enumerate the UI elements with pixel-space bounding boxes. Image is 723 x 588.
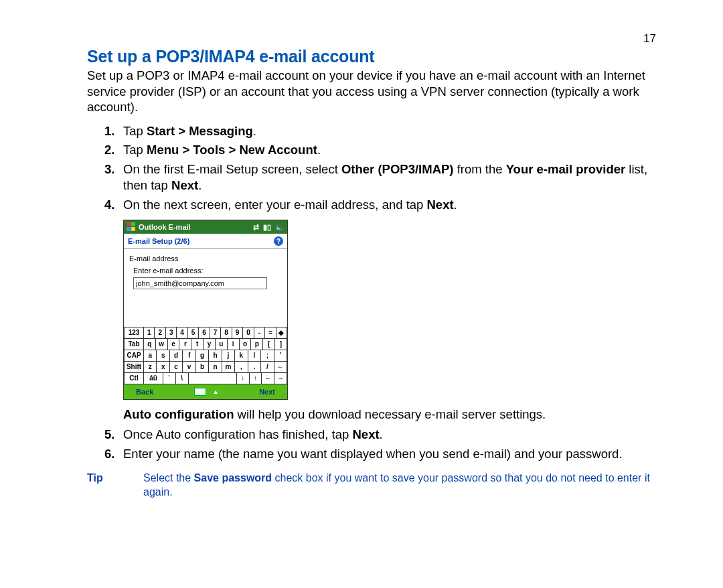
onscreen-keyboard[interactable]: 1231234567890-=◆ Tabqwertyuiop[] CAPasdf…: [124, 327, 287, 384]
step-text-pre: On the next screen, enter your e-mail ad…: [123, 198, 427, 212]
help-icon[interactable]: ?: [274, 236, 283, 246]
keyboard-key[interactable]: e: [168, 339, 180, 350]
keyboard-key[interactable]: ↓: [237, 373, 250, 384]
step-text-pre: Tap: [123, 143, 147, 157]
keyboard-key[interactable]: -: [254, 327, 265, 339]
keyboard-key[interactable]: o: [240, 339, 252, 350]
keyboard-key[interactable]: q: [144, 339, 156, 350]
keyboard-key[interactable]: v: [183, 362, 195, 373]
keyboard-key[interactable]: Shift: [124, 362, 144, 373]
keyboard-key[interactable]: ←: [262, 373, 274, 384]
keyboard-key[interactable]: h: [209, 350, 222, 362]
keyboard-key[interactable]: k: [235, 350, 248, 362]
keyboard-key[interactable]: c: [170, 362, 183, 373]
setup-step-label: E-mail Setup (2/6): [128, 237, 189, 245]
field-sublabel: Enter e-mail address:: [133, 267, 282, 275]
keyboard-key[interactable]: áü: [144, 373, 163, 384]
step-text-bold: Other (POP3/IMAP): [341, 162, 454, 176]
keyboard-key[interactable]: 4: [177, 327, 187, 339]
step-text-post: .: [317, 143, 321, 157]
keyboard-key[interactable]: ←: [274, 362, 287, 373]
keyboard-key[interactable]: n: [209, 362, 222, 373]
autoconf-bold: Auto configuration: [123, 407, 234, 421]
keyboard-key[interactable]: [189, 373, 237, 384]
keyboard-key[interactable]: 0: [243, 327, 254, 339]
step-text-pre: Once Auto configuration has finished, ta…: [123, 427, 352, 441]
keyboard-key[interactable]: ↑: [250, 373, 262, 384]
speaker-icon: 🔈: [275, 223, 285, 232]
step-1: 1. Tap Start > Messaging.: [123, 123, 656, 139]
keyboard-key[interactable]: Ctl: [124, 373, 144, 384]
menu-arrow-icon[interactable]: ▲: [213, 388, 219, 395]
device-softkey-bar: Back ▲ Next: [124, 384, 287, 399]
keyboard-key[interactable]: b: [196, 362, 209, 373]
keyboard-key[interactable]: f: [183, 350, 195, 362]
keyboard-key[interactable]: 123: [124, 327, 144, 339]
autoconf-rest: will help you download necessary e-mail …: [234, 407, 546, 421]
keyboard-toggle-icon[interactable]: [194, 388, 206, 396]
keyboard-key[interactable]: t: [191, 339, 204, 350]
keyboard-key[interactable]: \: [176, 373, 189, 384]
keyboard-key[interactable]: CAP: [124, 350, 144, 362]
keyboard-key[interactable]: 6: [199, 327, 210, 339]
keyboard-key[interactable]: w: [156, 339, 168, 350]
keyboard-key[interactable]: m: [222, 362, 235, 373]
page-number: 17: [643, 32, 656, 46]
keyboard-key[interactable]: 8: [221, 327, 232, 339]
keyboard-key[interactable]: d: [170, 350, 183, 362]
keyboard-key[interactable]: a: [144, 350, 157, 362]
step-text-post: .: [454, 198, 457, 212]
keyboard-key[interactable]: .: [248, 362, 261, 373]
keyboard-key[interactable]: 7: [210, 327, 221, 339]
step-text-bold: Next: [427, 198, 454, 212]
keyboard-key[interactable]: 1: [144, 327, 155, 339]
keyboard-key[interactable]: s: [157, 350, 169, 362]
keyboard-key[interactable]: [: [263, 339, 275, 350]
keyboard-key[interactable]: ': [274, 350, 287, 362]
keyboard-key[interactable]: g: [196, 350, 209, 362]
step-4: 4. On the next screen, enter your e-mail…: [123, 197, 656, 213]
step-text-pre: On the first E-mail Setup screen, select: [123, 162, 341, 176]
step-text-bold: Menu > Tools > New Account: [147, 143, 317, 157]
keyboard-key[interactable]: 3: [166, 327, 177, 339]
windows-flag-icon: [127, 222, 136, 232]
keyboard-key[interactable]: z: [144, 362, 157, 373]
keyboard-key[interactable]: ,: [235, 362, 248, 373]
keyboard-key[interactable]: 5: [188, 327, 199, 339]
softkey-back[interactable]: Back: [136, 388, 153, 396]
keyboard-key[interactable]: →: [274, 373, 287, 384]
keyboard-key[interactable]: Tab: [124, 339, 144, 350]
tip-bold: Save password: [194, 472, 272, 484]
keyboard-key[interactable]: r: [179, 339, 191, 350]
keyboard-key[interactable]: ◆: [276, 327, 287, 339]
step-6: 6. Enter your name (the name you want di…: [123, 446, 656, 462]
step-number: 2.: [104, 142, 114, 158]
keyboard-key[interactable]: j: [222, 350, 235, 362]
step-text-post: .: [253, 124, 256, 138]
step-text-post2: .: [198, 178, 202, 192]
keyboard-key[interactable]: /: [261, 362, 274, 373]
step-number: 3.: [104, 161, 114, 177]
step-text-pre: Tap: [123, 124, 147, 138]
keyboard-key[interactable]: x: [157, 362, 169, 373]
keyboard-key[interactable]: =: [265, 327, 276, 339]
keyboard-key[interactable]: ]: [275, 339, 287, 350]
softkey-next[interactable]: Next: [259, 388, 275, 396]
keyboard-key[interactable]: y: [204, 339, 216, 350]
keyboard-key[interactable]: p: [251, 339, 263, 350]
tip-body: Select the Save password check box if yo…: [143, 471, 656, 500]
keyboard-key[interactable]: 2: [155, 327, 165, 339]
keyboard-key[interactable]: ;: [261, 350, 274, 362]
keyboard-key[interactable]: u: [216, 339, 228, 350]
step-number: 1.: [104, 123, 114, 139]
status-icons: ⇄ ▮▯ 🔈: [253, 223, 285, 232]
section-title: Set up a POP3/IMAP4 e-mail account: [87, 47, 656, 66]
tip-pre: Select the: [143, 472, 194, 484]
steps-list-cont: 5. Once Auto configuration has finished,…: [87, 427, 656, 462]
keyboard-key[interactable]: i: [228, 339, 240, 350]
keyboard-key[interactable]: l: [248, 350, 261, 362]
email-input[interactable]: [133, 277, 267, 289]
step-2: 2. Tap Menu > Tools > New Account.: [123, 142, 656, 158]
keyboard-key[interactable]: 9: [232, 327, 243, 339]
keyboard-key[interactable]: `: [163, 373, 176, 384]
